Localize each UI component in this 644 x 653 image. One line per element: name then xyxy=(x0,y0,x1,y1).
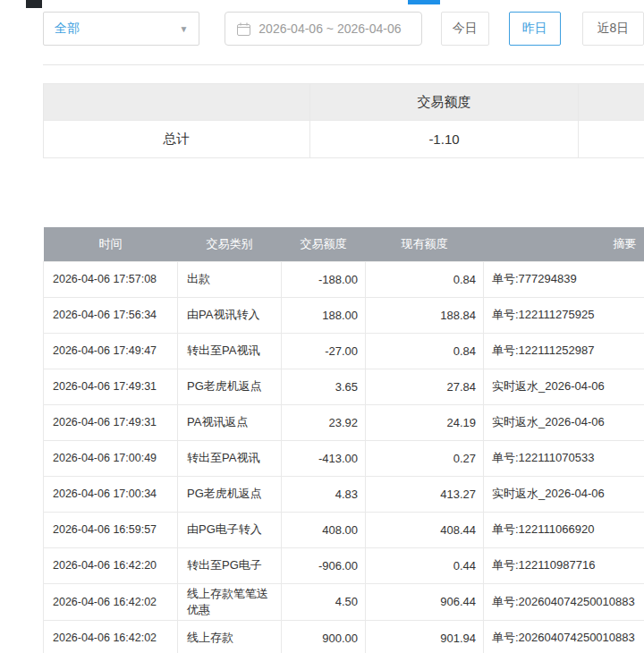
table-cell: 900.00 xyxy=(282,620,366,653)
table-cell: 4.83 xyxy=(282,476,366,512)
table-cell: 线上存款 xyxy=(178,620,282,653)
table-row: 2026-04-06 17:57:08出款-188.000.84单号:77729… xyxy=(44,261,644,297)
table-cell: 转出至PG电子 xyxy=(178,547,282,583)
table-row: 2026-04-06 16:42:02线上存款笔笔送优惠4.50906.44单号… xyxy=(44,583,644,620)
table-cell: 2026-04-06 17:00:49 xyxy=(44,440,178,476)
table-row: 2026-04-06 17:49:47转出至PA视讯-27.000.84单号:1… xyxy=(44,333,644,369)
column-header: 摘要 xyxy=(484,227,644,261)
table-cell: 188.00 xyxy=(282,297,366,333)
table-cell: 实时返水_2026-04-06 xyxy=(484,404,644,440)
table-cell: 27.84 xyxy=(366,369,484,404)
table-cell: 0.27 xyxy=(366,440,484,476)
table-cell: 线上存款笔笔送优惠 xyxy=(178,583,282,620)
summary-header-amount: 交易额度 xyxy=(309,84,579,121)
table-cell: 2026-04-06 17:00:34 xyxy=(44,476,178,512)
table-row: 2026-04-06 17:00:49转出至PA视讯-413.000.27单号:… xyxy=(44,440,644,476)
table-row: 2026-04-06 17:00:34PG老虎机返点4.83413.27实时返水… xyxy=(44,476,644,512)
table-cell: 0.84 xyxy=(366,261,484,297)
summary-table: 交易额度 总计 -1.10 xyxy=(43,83,644,158)
table-cell: -27.00 xyxy=(282,333,366,369)
summary-total-cut xyxy=(579,121,644,158)
summary-total-label: 总计 xyxy=(44,121,310,158)
last-8-days-button[interactable]: 近8日 xyxy=(582,12,644,46)
table-cell: 2026-04-06 16:59:57 xyxy=(44,512,178,547)
table-cell: 单号:122111275925 xyxy=(484,297,644,333)
table-row: 2026-04-06 17:49:31PG老虎机返点3.6527.84实时返水_… xyxy=(44,369,644,404)
table-cell: 24.19 xyxy=(366,404,484,440)
table-cell: 2026-04-06 16:42:02 xyxy=(44,620,178,653)
table-cell: 2026-04-06 17:56:34 xyxy=(44,297,178,333)
table-cell: 实时返水_2026-04-06 xyxy=(484,476,644,512)
header-fragment xyxy=(26,0,42,8)
table-cell: 408.00 xyxy=(282,512,366,547)
table-cell: PG老虎机返点 xyxy=(178,369,282,404)
table-cell: 3.65 xyxy=(282,369,366,404)
category-dropdown-value: 全部 xyxy=(55,21,80,37)
table-cell: 23.92 xyxy=(282,404,366,440)
transactions-section: 时间交易类别交易额度现有额度摘要 2026-04-06 17:57:08出款-1… xyxy=(43,227,644,653)
divider xyxy=(43,64,644,65)
column-header: 现有额度 xyxy=(366,227,484,261)
table-cell: PG老虎机返点 xyxy=(178,476,282,512)
table-cell: 408.44 xyxy=(366,512,484,547)
table-row: 2026-04-06 16:59:57由PG电子转入408.00408.44单号… xyxy=(44,512,644,547)
table-cell: -413.00 xyxy=(282,440,366,476)
table-cell: 413.27 xyxy=(366,476,484,512)
table-cell: PA视讯返点 xyxy=(178,404,282,440)
transactions-table: 时间交易类别交易额度现有额度摘要 2026-04-06 17:57:08出款-1… xyxy=(43,227,644,653)
column-header: 时间 xyxy=(44,227,178,261)
table-cell: 4.50 xyxy=(282,583,366,620)
summary-total-row: 总计 -1.10 xyxy=(44,121,644,158)
category-dropdown[interactable]: 全部 ▼ xyxy=(43,12,199,46)
table-cell: 0.44 xyxy=(366,547,484,583)
table-cell: 由PA视讯转入 xyxy=(178,297,282,333)
table-cell: 2026-04-06 17:57:08 xyxy=(44,261,178,297)
table-row: 2026-04-06 17:49:31PA视讯返点23.9224.19实时返水_… xyxy=(44,404,644,440)
calendar-icon xyxy=(237,22,250,36)
date-range-picker[interactable]: 2026-04-06 ~ 2026-04-06 xyxy=(225,12,421,46)
filter-bar: 全部 ▼ 2026-04-06 ~ 2026-04-06 今日 昨日 近8日 xyxy=(43,12,644,46)
table-cell: 单号:202604074250010883 xyxy=(484,620,644,653)
chevron-down-icon: ▼ xyxy=(179,24,188,34)
table-cell: -188.00 xyxy=(282,261,366,297)
table-cell: 2026-04-06 17:49:47 xyxy=(44,333,178,369)
column-header: 交易额度 xyxy=(282,227,366,261)
table-cell: 单号:202604074250010883 xyxy=(484,583,644,620)
summary-header-empty xyxy=(44,84,310,121)
summary-total-value: -1.10 xyxy=(309,121,579,158)
table-cell: 2026-04-06 17:49:31 xyxy=(44,369,178,404)
table-cell: 单号:122111252987 xyxy=(484,333,644,369)
table-row: 2026-04-06 16:42:20转出至PG电子-906.000.44单号:… xyxy=(44,547,644,583)
table-cell: 901.94 xyxy=(366,620,484,653)
table-cell: 2026-04-06 16:42:02 xyxy=(44,583,178,620)
transactions-body: 2026-04-06 17:57:08出款-188.000.84单号:77729… xyxy=(44,261,644,653)
transactions-head-row: 时间交易类别交易额度现有额度摘要 xyxy=(44,227,644,261)
active-tab-indicator xyxy=(408,0,440,4)
table-cell: 实时返水_2026-04-06 xyxy=(484,369,644,404)
date-range-value: 2026-04-06 ~ 2026-04-06 xyxy=(258,21,401,36)
table-cell: 单号:122111070533 xyxy=(484,440,644,476)
table-cell: 2026-04-06 17:49:31 xyxy=(44,404,178,440)
table-cell: 单号:777294839 xyxy=(484,261,644,297)
table-cell: -906.00 xyxy=(282,547,366,583)
table-cell: 2026-04-06 16:42:20 xyxy=(44,547,178,583)
table-cell: 单号:122111066920 xyxy=(484,512,644,547)
table-cell: 出款 xyxy=(178,261,282,297)
table-cell: 由PG电子转入 xyxy=(178,512,282,547)
table-cell: 转出至PA视讯 xyxy=(178,440,282,476)
today-button[interactable]: 今日 xyxy=(441,12,489,46)
table-cell: 转出至PA视讯 xyxy=(178,333,282,369)
table-cell: 0.84 xyxy=(366,333,484,369)
yesterday-button[interactable]: 昨日 xyxy=(509,12,561,46)
table-cell: 单号:122110987716 xyxy=(484,547,644,583)
column-header: 交易类别 xyxy=(178,227,282,261)
summary-header-cut xyxy=(579,84,644,121)
table-row: 2026-04-06 16:42:02线上存款900.00901.94单号:20… xyxy=(44,620,644,653)
table-row: 2026-04-06 17:56:34由PA视讯转入188.00188.84单号… xyxy=(44,297,644,333)
table-cell: 906.44 xyxy=(366,583,484,620)
summary-header-row: 交易额度 xyxy=(44,84,644,121)
table-cell: 188.84 xyxy=(366,297,484,333)
